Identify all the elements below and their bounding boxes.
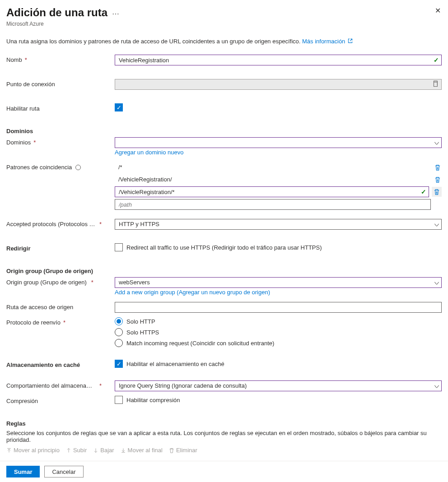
compression-label: Compresión bbox=[6, 396, 115, 404]
radio-label: Solo HTTP bbox=[126, 318, 155, 325]
copy-icon bbox=[432, 81, 439, 87]
rules-section: Reglas bbox=[6, 420, 442, 427]
redirect-cb-label: Redirect all traffic to use HTTPS (Redir… bbox=[126, 244, 322, 251]
rules-desc: Seleccione los conjuntos de reglas que s… bbox=[6, 430, 442, 443]
origin-path-input[interactable] bbox=[115, 302, 442, 313]
delete-pattern-button[interactable] bbox=[432, 187, 442, 197]
redirect-label: Redirigir bbox=[6, 243, 115, 252]
trash-icon bbox=[169, 448, 174, 453]
endpoint-label: Punto de conexión bbox=[6, 79, 115, 88]
trash-icon bbox=[434, 176, 441, 183]
origin-group-label: Origin group (Grupo de origen)* bbox=[6, 277, 115, 286]
origin-section: Origin group (Grupo de origen) bbox=[6, 268, 442, 274]
name-input[interactable] bbox=[115, 55, 442, 65]
fwd-proto-match-radio[interactable]: Match incoming request (Coincidir con so… bbox=[115, 339, 442, 347]
close-button[interactable]: ✕ bbox=[434, 6, 442, 15]
page-subtitle: Microsoft Azure bbox=[6, 21, 442, 27]
enable-route-label: Habilitar ruta bbox=[6, 103, 115, 112]
panel-footer: Sumar Cancelar bbox=[0, 461, 448, 482]
copy-button[interactable] bbox=[432, 81, 439, 88]
desc-text: Una ruta asigna los dominios y patrones … bbox=[6, 38, 302, 45]
cancel-button[interactable]: Cancelar bbox=[44, 466, 83, 477]
arrow-up-icon bbox=[66, 448, 71, 453]
add-origin-group-link[interactable]: Add a new origin group (Agregar un nuevo… bbox=[115, 289, 270, 296]
cache-behavior-label: Comportamiento del almacenamie…* bbox=[6, 380, 115, 389]
domains-section: Dominios bbox=[6, 128, 442, 134]
move-top-button[interactable]: Mover al principio bbox=[6, 447, 60, 454]
pattern-value: /* bbox=[115, 162, 431, 172]
name-label: Nomb* bbox=[6, 55, 115, 63]
pattern-row-active: ✓ bbox=[115, 186, 442, 197]
redirect-https-checkbox[interactable]: ✓ bbox=[115, 243, 123, 251]
svg-rect-0 bbox=[434, 82, 438, 87]
pattern-row: /* bbox=[115, 162, 442, 172]
move-down-button[interactable]: Bajar bbox=[93, 447, 114, 454]
endpoint-input bbox=[115, 79, 442, 90]
trash-icon bbox=[434, 189, 440, 195]
radio-label: Solo HTTPS bbox=[126, 329, 159, 336]
check-icon: ✓ bbox=[434, 56, 439, 64]
fwd-proto-https-radio[interactable]: Solo HTTPS bbox=[115, 328, 442, 336]
patterns-label: Patrones de coincidencia bbox=[6, 162, 115, 171]
close-icon: ✕ bbox=[435, 7, 441, 14]
compression-checkbox[interactable]: ✓ bbox=[115, 396, 123, 404]
domains-select[interactable] bbox=[115, 137, 442, 148]
add-domain-link[interactable]: Agregar un dominio nuevo bbox=[115, 149, 184, 156]
move-up-button[interactable]: Subir bbox=[66, 447, 87, 454]
rules-toolbar: Mover al principio Subir Bajar Mover al … bbox=[6, 447, 442, 454]
info-icon[interactable] bbox=[75, 165, 81, 170]
panel-header: Adición de una ruta ⋯ ✕ bbox=[6, 6, 442, 19]
pattern-input-active[interactable] bbox=[115, 186, 429, 197]
enable-cache-checkbox[interactable]: ✓ bbox=[115, 360, 123, 368]
enable-route-checkbox[interactable]: ✓ bbox=[115, 103, 123, 111]
move-bottom-button[interactable]: Mover al final bbox=[121, 447, 163, 454]
check-icon: ✓ bbox=[421, 188, 426, 195]
domains-label: Dominios* bbox=[6, 137, 115, 146]
origin-path-label: Ruta de acceso de origen bbox=[6, 302, 115, 311]
more-icon[interactable]: ⋯ bbox=[112, 8, 120, 18]
learn-more-link[interactable]: Más información bbox=[302, 38, 353, 45]
arrow-down-icon bbox=[93, 448, 98, 453]
fwd-proto-http-radio[interactable]: Solo HTTP bbox=[115, 317, 442, 325]
page-title: Adición de una ruta bbox=[6, 6, 107, 19]
origin-group-select[interactable]: webServers bbox=[115, 277, 442, 288]
compression-cb-label: Habilitar compresión bbox=[126, 397, 180, 403]
cache-cb-label: Habilitar el almacenamiento en caché bbox=[126, 361, 224, 367]
submit-button[interactable]: Sumar bbox=[6, 466, 40, 477]
delete-rule-button[interactable]: Eliminar bbox=[169, 447, 197, 454]
radio-label: Match incoming request (Coincidir con so… bbox=[126, 340, 274, 347]
delete-pattern-button[interactable] bbox=[434, 176, 442, 184]
arrow-bottom-icon bbox=[121, 448, 126, 453]
protocols-label: Accepted protocols (Protocolos aceptad…* bbox=[6, 219, 115, 227]
pattern-value: /VehicleRegistration/ bbox=[115, 174, 431, 185]
pattern-input-new[interactable] bbox=[115, 199, 431, 210]
external-link-icon bbox=[348, 38, 353, 44]
fwd-protocol-label: Protocolo de reenvío* bbox=[6, 317, 115, 326]
pattern-row-new bbox=[115, 199, 442, 210]
protocols-select[interactable]: HTTP y HTTPS bbox=[115, 219, 442, 230]
cache-label: Almacenamiento en caché bbox=[6, 360, 115, 368]
page-description: Una ruta asigna los dominios y patrones … bbox=[6, 38, 442, 45]
arrow-top-icon bbox=[6, 448, 12, 453]
cache-behavior-select[interactable]: Ignore Query String (Ignorar cadena de c… bbox=[115, 380, 442, 391]
trash-icon bbox=[434, 164, 441, 171]
delete-pattern-button[interactable] bbox=[434, 163, 442, 171]
pattern-row: /VehicleRegistration/ bbox=[115, 174, 442, 185]
